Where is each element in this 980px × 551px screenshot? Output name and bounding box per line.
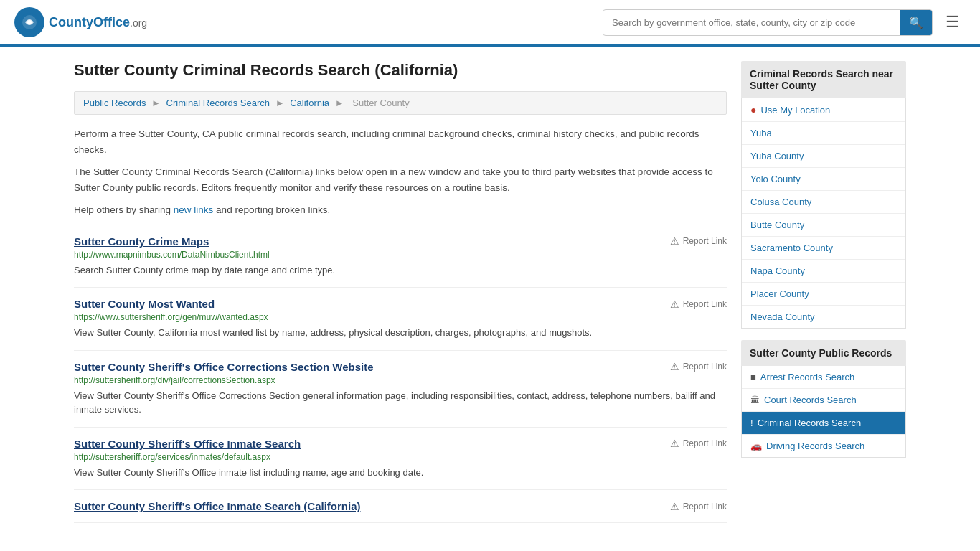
menu-button[interactable]: ☰ — [940, 10, 966, 34]
report-link[interactable]: ⚠ Report Link — [670, 438, 727, 449]
public-records-icon: ! — [750, 418, 753, 428]
location-icon: ● — [750, 104, 756, 116]
nearby-section-title: Criminal Records Search near Sutter Coun… — [741, 61, 906, 98]
nearby-link[interactable]: Yuba County — [750, 151, 804, 161]
public-records-link-item: ■ Arrest Records Search — [742, 366, 905, 389]
new-links-link[interactable]: new links — [174, 204, 214, 215]
public-records-icon: ■ — [750, 372, 756, 382]
result-item: Sutter County Sheriff's Office Correctio… — [74, 351, 727, 428]
public-records-links: ■ Arrest Records Search 🏛 Court Records … — [741, 366, 906, 458]
report-link[interactable]: ⚠ Report Link — [670, 361, 727, 372]
breadcrumb: Public Records ► Criminal Records Search… — [74, 91, 727, 115]
search-bar: 🔍 — [603, 9, 933, 36]
desc-para1: Perform a free Sutter County, CA public … — [74, 126, 727, 157]
nearby-link-item: Yolo County — [742, 168, 905, 191]
nearby-links: ● Use My Location YubaYuba CountyYolo Co… — [741, 98, 906, 329]
nearby-link-item: Placer County — [742, 283, 905, 306]
page-title: Sutter County Criminal Records Search (C… — [74, 61, 727, 80]
nearby-link-item: Napa County — [742, 260, 905, 283]
public-records-title: Sutter County Public Records — [741, 340, 906, 366]
public-records-icon: 🏛 — [750, 395, 760, 405]
result-desc: View Sutter County, California most want… — [74, 326, 727, 340]
report-icon: ⚠ — [670, 501, 679, 512]
description: Perform a free Sutter County, CA public … — [74, 126, 727, 218]
public-records-link[interactable]: Criminal Records Search — [758, 418, 862, 428]
nearby-link-item: Butte County — [742, 214, 905, 237]
result-title-link[interactable]: Sutter County Most Wanted — [74, 298, 215, 310]
result-title-link[interactable]: Sutter County Sheriff's Office Correctio… — [74, 361, 374, 373]
report-link[interactable]: ⚠ Report Link — [670, 501, 727, 512]
result-desc: View Sutter County Sheriff's Office inma… — [74, 466, 727, 480]
breadcrumb-california[interactable]: California — [290, 98, 329, 108]
result-title-link[interactable]: Sutter County Sheriff's Office Inmate Se… — [74, 438, 301, 450]
report-icon: ⚠ — [670, 438, 679, 449]
report-icon: ⚠ — [670, 361, 679, 372]
result-item: Sutter County Sheriff's Office Inmate Se… — [74, 428, 727, 491]
svg-point-2 — [27, 20, 32, 24]
result-url[interactable]: http://www.mapnimbus.com/DataNimbusClien… — [74, 250, 727, 260]
breadcrumb-sutter: Sutter County — [352, 98, 410, 108]
nearby-link[interactable]: Napa County — [750, 265, 805, 276]
nearby-link[interactable]: Colusa County — [750, 197, 811, 207]
result-desc: View Sutter County Sheriff's Office Corr… — [74, 389, 727, 417]
report-icon: ⚠ — [670, 235, 679, 247]
use-location-item: ● Use My Location — [742, 98, 905, 122]
nearby-link[interactable]: Placer County — [750, 288, 809, 299]
nearby-link[interactable]: Yuba — [750, 128, 772, 138]
public-records-link-item: ! Criminal Records Search — [742, 412, 905, 435]
public-records-icon: 🚗 — [750, 441, 762, 451]
sidebar: Criminal Records Search near Sutter Coun… — [741, 61, 906, 523]
desc-para3: Help others by sharing new links and rep… — [74, 202, 727, 218]
search-button[interactable]: 🔍 — [900, 10, 932, 35]
result-title-link[interactable]: Sutter County Sheriff's Office Inmate Se… — [74, 500, 360, 512]
result-title-link[interactable]: Sutter County Crime Maps — [74, 235, 209, 248]
search-input[interactable] — [603, 11, 900, 34]
public-records-link[interactable]: Driving Records Search — [766, 441, 864, 451]
public-records-link-item: 🏛 Court Records Search — [742, 389, 905, 412]
public-records-link[interactable]: Court Records Search — [764, 395, 857, 405]
logo-icon — [14, 7, 44, 37]
nearby-link[interactable]: Sacramento County — [750, 242, 833, 253]
result-item: Sutter County Most Wanted ⚠ Report Link … — [74, 288, 727, 351]
breadcrumb-public-records[interactable]: Public Records — [83, 98, 146, 108]
results-list: Sutter County Crime Maps ⚠ Report Link h… — [74, 225, 727, 524]
result-url[interactable]: http://suttersheriff.org/services/inmate… — [74, 452, 727, 462]
nearby-link[interactable]: Yolo County — [750, 174, 801, 184]
result-desc: Search Sutter County crime map by date r… — [74, 263, 727, 278]
nearby-link-item: Sacramento County — [742, 237, 905, 260]
header-right: 🔍 ☰ — [603, 9, 966, 36]
result-url[interactable]: https://www.suttersheriff.org/gen/muw/wa… — [74, 312, 727, 322]
nearby-link-item: Yuba — [742, 122, 905, 145]
nearby-link-item: Nevada County — [742, 306, 905, 328]
public-records-link-item: 🚗 Driving Records Search — [742, 435, 905, 457]
main-container: Sutter County Criminal Records Search (C… — [60, 47, 920, 537]
nearby-link[interactable]: Butte County — [750, 220, 804, 230]
report-link[interactable]: ⚠ Report Link — [670, 298, 727, 310]
nearby-link-item: Yuba County — [742, 145, 905, 168]
nearby-link-item: Colusa County — [742, 191, 905, 214]
use-location-link[interactable]: Use My Location — [760, 105, 830, 116]
logo-area: CountyOffice.org — [14, 7, 147, 37]
report-icon: ⚠ — [670, 298, 679, 310]
desc-para2: The Sutter County Criminal Records Searc… — [74, 164, 727, 195]
result-url[interactable]: http://suttersheriff.org/div/jail/correc… — [74, 375, 727, 385]
report-link[interactable]: ⚠ Report Link — [670, 235, 727, 247]
breadcrumb-criminal-records[interactable]: Criminal Records Search — [166, 98, 270, 108]
content-area: Sutter County Criminal Records Search (C… — [74, 61, 727, 523]
nearby-link[interactable]: Nevada County — [750, 311, 815, 322]
header: CountyOffice.org 🔍 ☰ — [0, 0, 980, 47]
public-records-link[interactable]: Arrest Records Search — [760, 372, 855, 382]
result-item: Sutter County Crime Maps ⚠ Report Link h… — [74, 225, 727, 288]
logo-text: CountyOffice.org — [49, 15, 147, 30]
result-item: Sutter County Sheriff's Office Inmate Se… — [74, 490, 727, 523]
